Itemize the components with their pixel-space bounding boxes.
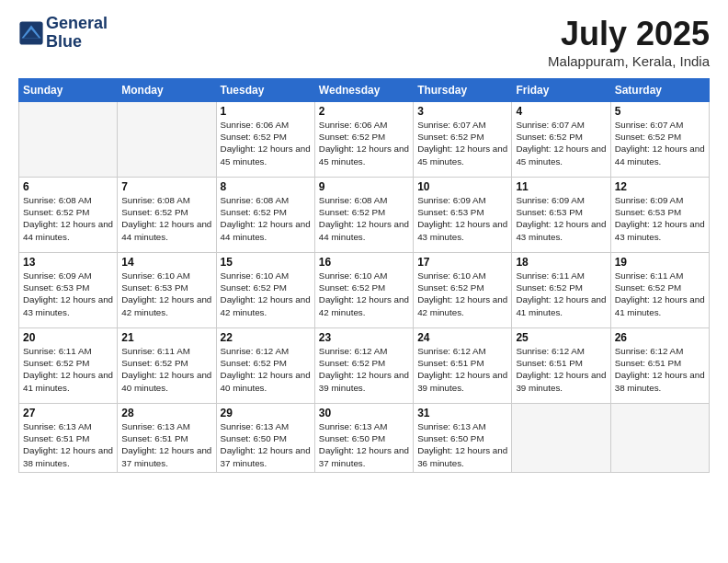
calendar-cell: 11Sunrise: 6:09 AM Sunset: 6:53 PM Dayli… <box>512 178 610 253</box>
weekday-header: Sunday <box>19 79 118 102</box>
calendar-week-row: 13Sunrise: 6:09 AM Sunset: 6:53 PM Dayli… <box>19 253 710 328</box>
month-title: July 2025 <box>548 15 710 53</box>
calendar-cell: 7Sunrise: 6:08 AM Sunset: 6:52 PM Daylig… <box>118 178 216 253</box>
calendar-cell: 9Sunrise: 6:08 AM Sunset: 6:52 PM Daylig… <box>314 178 413 253</box>
day-info: Sunrise: 6:10 AM Sunset: 6:52 PM Dayligh… <box>319 270 409 318</box>
calendar-cell: 16Sunrise: 6:10 AM Sunset: 6:52 PM Dayli… <box>314 253 413 328</box>
day-number: 8 <box>221 180 311 193</box>
weekday-header: Thursday <box>414 79 512 102</box>
day-number: 27 <box>23 407 113 419</box>
calendar-cell: 22Sunrise: 6:12 AM Sunset: 6:52 PM Dayli… <box>216 328 314 404</box>
calendar-cell: 23Sunrise: 6:12 AM Sunset: 6:52 PM Dayli… <box>314 328 413 404</box>
day-info: Sunrise: 6:12 AM Sunset: 6:52 PM Dayligh… <box>221 345 311 394</box>
calendar-cell: 26Sunrise: 6:12 AM Sunset: 6:51 PM Dayli… <box>610 328 709 404</box>
day-info: Sunrise: 6:08 AM Sunset: 6:52 PM Dayligh… <box>23 194 113 243</box>
calendar-header-row: SundayMondayTuesdayWednesdayThursdayFrid… <box>19 79 710 102</box>
calendar-week-row: 20Sunrise: 6:11 AM Sunset: 6:52 PM Dayli… <box>19 328 710 404</box>
day-info: Sunrise: 6:11 AM Sunset: 6:52 PM Dayligh… <box>23 345 113 394</box>
day-info: Sunrise: 6:13 AM Sunset: 6:50 PM Dayligh… <box>319 420 409 469</box>
day-number: 17 <box>417 256 507 269</box>
calendar-cell: 5Sunrise: 6:07 AM Sunset: 6:52 PM Daylig… <box>610 102 709 178</box>
header: General Blue July 2025 Malappuram, Keral… <box>18 15 710 69</box>
calendar-cell <box>19 102 118 178</box>
day-number: 26 <box>615 331 705 344</box>
day-info: Sunrise: 6:13 AM Sunset: 6:50 PM Dayligh… <box>221 420 311 469</box>
day-number: 22 <box>221 331 311 344</box>
day-number: 2 <box>319 105 409 118</box>
logo-icon <box>18 20 44 46</box>
day-info: Sunrise: 6:06 AM Sunset: 6:52 PM Dayligh… <box>319 119 409 167</box>
calendar-week-row: 6Sunrise: 6:08 AM Sunset: 6:52 PM Daylig… <box>19 178 710 253</box>
weekday-header: Monday <box>118 79 216 102</box>
calendar-body: 1Sunrise: 6:06 AM Sunset: 6:52 PM Daylig… <box>19 102 710 473</box>
day-number: 3 <box>417 105 507 118</box>
weekday-header: Friday <box>512 79 610 102</box>
calendar-cell: 13Sunrise: 6:09 AM Sunset: 6:53 PM Dayli… <box>19 253 118 328</box>
day-info: Sunrise: 6:06 AM Sunset: 6:52 PM Dayligh… <box>221 119 311 167</box>
weekday-header: Tuesday <box>216 79 314 102</box>
calendar-cell: 2Sunrise: 6:06 AM Sunset: 6:52 PM Daylig… <box>314 102 413 178</box>
page: General Blue July 2025 Malappuram, Keral… <box>0 0 728 482</box>
calendar-cell: 27Sunrise: 6:13 AM Sunset: 6:51 PM Dayli… <box>19 404 118 473</box>
day-number: 13 <box>23 256 113 269</box>
day-info: Sunrise: 6:13 AM Sunset: 6:50 PM Dayligh… <box>417 420 507 469</box>
calendar-cell: 4Sunrise: 6:07 AM Sunset: 6:52 PM Daylig… <box>512 102 610 178</box>
day-number: 30 <box>319 407 409 419</box>
calendar-cell: 1Sunrise: 6:06 AM Sunset: 6:52 PM Daylig… <box>216 102 314 178</box>
weekday-header: Saturday <box>610 79 709 102</box>
day-info: Sunrise: 6:10 AM Sunset: 6:52 PM Dayligh… <box>221 270 311 318</box>
calendar-cell: 20Sunrise: 6:11 AM Sunset: 6:52 PM Dayli… <box>19 328 118 404</box>
calendar-cell <box>118 102 216 178</box>
day-number: 16 <box>319 256 409 269</box>
calendar-cell: 19Sunrise: 6:11 AM Sunset: 6:52 PM Dayli… <box>610 253 709 328</box>
day-info: Sunrise: 6:08 AM Sunset: 6:52 PM Dayligh… <box>121 194 211 243</box>
calendar-cell: 15Sunrise: 6:10 AM Sunset: 6:52 PM Dayli… <box>216 253 314 328</box>
calendar-week-row: 1Sunrise: 6:06 AM Sunset: 6:52 PM Daylig… <box>19 102 710 178</box>
calendar-cell <box>610 404 709 473</box>
day-info: Sunrise: 6:10 AM Sunset: 6:53 PM Dayligh… <box>121 270 211 318</box>
day-info: Sunrise: 6:12 AM Sunset: 6:51 PM Dayligh… <box>615 345 705 394</box>
calendar-cell: 25Sunrise: 6:12 AM Sunset: 6:51 PM Dayli… <box>512 328 610 404</box>
title-block: July 2025 Malappuram, Kerala, India <box>548 15 710 69</box>
day-number: 31 <box>417 407 507 419</box>
day-number: 24 <box>417 331 507 344</box>
calendar-cell: 3Sunrise: 6:07 AM Sunset: 6:52 PM Daylig… <box>414 102 512 178</box>
calendar-cell: 31Sunrise: 6:13 AM Sunset: 6:50 PM Dayli… <box>414 404 512 473</box>
day-info: Sunrise: 6:11 AM Sunset: 6:52 PM Dayligh… <box>516 270 606 318</box>
day-info: Sunrise: 6:07 AM Sunset: 6:52 PM Dayligh… <box>516 119 606 167</box>
calendar-cell: 8Sunrise: 6:08 AM Sunset: 6:52 PM Daylig… <box>216 178 314 253</box>
logo-line2: Blue <box>46 33 108 52</box>
day-info: Sunrise: 6:13 AM Sunset: 6:51 PM Dayligh… <box>23 420 113 469</box>
calendar-cell: 29Sunrise: 6:13 AM Sunset: 6:50 PM Dayli… <box>216 404 314 473</box>
calendar-cell: 24Sunrise: 6:12 AM Sunset: 6:51 PM Dayli… <box>414 328 512 404</box>
day-info: Sunrise: 6:11 AM Sunset: 6:52 PM Dayligh… <box>121 345 211 394</box>
day-number: 15 <box>221 256 311 269</box>
day-number: 6 <box>23 180 113 193</box>
calendar-cell: 28Sunrise: 6:13 AM Sunset: 6:51 PM Dayli… <box>118 404 216 473</box>
location: Malappuram, Kerala, India <box>548 53 710 69</box>
day-number: 12 <box>615 180 705 193</box>
day-number: 25 <box>516 331 606 344</box>
calendar-cell: 14Sunrise: 6:10 AM Sunset: 6:53 PM Dayli… <box>118 253 216 328</box>
day-info: Sunrise: 6:07 AM Sunset: 6:52 PM Dayligh… <box>615 119 705 167</box>
day-number: 29 <box>221 407 311 419</box>
calendar-cell: 10Sunrise: 6:09 AM Sunset: 6:53 PM Dayli… <box>414 178 512 253</box>
day-info: Sunrise: 6:12 AM Sunset: 6:52 PM Dayligh… <box>319 345 409 394</box>
calendar-cell: 18Sunrise: 6:11 AM Sunset: 6:52 PM Dayli… <box>512 253 610 328</box>
day-info: Sunrise: 6:08 AM Sunset: 6:52 PM Dayligh… <box>221 194 311 243</box>
day-number: 5 <box>615 105 705 118</box>
day-number: 20 <box>23 331 113 344</box>
calendar-cell: 6Sunrise: 6:08 AM Sunset: 6:52 PM Daylig… <box>19 178 118 253</box>
day-number: 1 <box>221 105 311 118</box>
calendar-cell <box>512 404 610 473</box>
day-info: Sunrise: 6:08 AM Sunset: 6:52 PM Dayligh… <box>319 194 409 243</box>
day-info: Sunrise: 6:12 AM Sunset: 6:51 PM Dayligh… <box>417 345 507 394</box>
day-number: 7 <box>121 180 211 193</box>
day-info: Sunrise: 6:09 AM Sunset: 6:53 PM Dayligh… <box>516 194 606 243</box>
calendar-cell: 30Sunrise: 6:13 AM Sunset: 6:50 PM Dayli… <box>314 404 413 473</box>
day-info: Sunrise: 6:09 AM Sunset: 6:53 PM Dayligh… <box>615 194 705 243</box>
day-info: Sunrise: 6:11 AM Sunset: 6:52 PM Dayligh… <box>615 270 705 318</box>
weekday-header: Wednesday <box>314 79 413 102</box>
day-info: Sunrise: 6:09 AM Sunset: 6:53 PM Dayligh… <box>417 194 507 243</box>
day-number: 9 <box>319 180 409 193</box>
